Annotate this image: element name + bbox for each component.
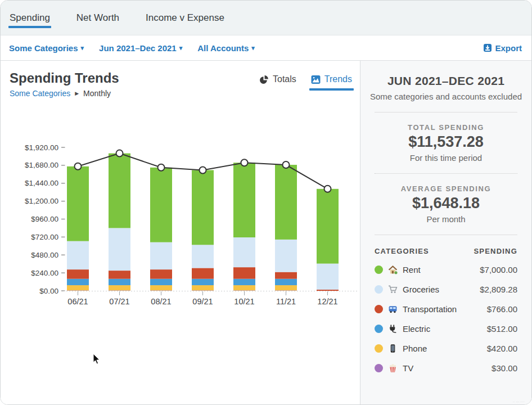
plug-icon — [388, 324, 398, 334]
bar-segment-11/21-tv[interactable] — [275, 290, 297, 291]
bar-segment-11/21-transportation[interactable] — [275, 272, 297, 279]
bar-segment-07/21-electric[interactable] — [109, 279, 130, 285]
bar-segment-07/21-rent[interactable] — [109, 154, 130, 228]
top-tab-bar: Spending Net Worth Income v Expense — [1, 1, 531, 35]
bar-segment-09/21-transportation[interactable] — [192, 268, 214, 278]
bar-segment-10/21-groceries[interactable] — [233, 237, 255, 267]
app-window: Spending Net Worth Income v Expense Some… — [0, 0, 532, 405]
bar-segment-08/21-rent[interactable] — [150, 168, 172, 242]
category-amount: $30.00 — [492, 363, 517, 373]
total-marker-09/21[interactable] — [200, 166, 206, 173]
categories-column-header: CATEGORIES — [375, 247, 429, 255]
bar-segment-06/21-tv[interactable] — [67, 290, 89, 291]
bar-segment-11/21-phone[interactable] — [275, 285, 297, 290]
trends-view-button[interactable]: Trends — [311, 74, 352, 91]
chevron-down-icon: ▾ — [81, 44, 84, 52]
tab-spending[interactable]: Spending — [10, 12, 50, 31]
bus-icon — [388, 304, 398, 314]
bar-segment-06/21-rent[interactable] — [67, 166, 89, 241]
export-label: Export — [495, 43, 522, 53]
bar-segment-08/21-electric[interactable] — [150, 279, 172, 285]
x-axis-label: 07/21 — [109, 297, 129, 306]
bar-segment-11/21-electric[interactable] — [275, 279, 297, 285]
bar-segment-09/21-rent[interactable] — [192, 170, 214, 245]
total-marker-12/21[interactable] — [324, 186, 331, 192]
mouse-cursor — [93, 353, 101, 365]
category-row-groceries[interactable]: Groceries$2,809.28 — [369, 280, 523, 299]
phone-icon — [388, 344, 398, 353]
bar-segment-08/21-transportation[interactable] — [150, 269, 172, 279]
total-marker-10/21[interactable] — [241, 159, 248, 166]
bar-segment-06/21-phone[interactable] — [67, 285, 89, 290]
category-row-transportation[interactable]: Transportation$766.00 — [369, 299, 523, 319]
category-amount: $2,809.28 — [480, 285, 517, 294]
bar-segment-12/21-rent[interactable] — [317, 189, 339, 264]
total-spending-label: TOTAL SPENDING — [369, 123, 523, 132]
average-spending-caption: Per month — [369, 214, 523, 224]
bar-segment-10/21-transportation[interactable] — [233, 267, 255, 279]
x-axis-label: 06/21 — [67, 297, 88, 306]
total-marker-11/21[interactable] — [283, 161, 290, 168]
divider — [375, 112, 517, 112]
average-spending-label: AVERAGE SPENDING — [369, 184, 523, 193]
x-axis-label: 10/21 — [234, 297, 254, 306]
total-marker-07/21[interactable] — [116, 150, 123, 157]
bar-segment-09/21-tv[interactable] — [192, 290, 214, 291]
tab-income-v-expense[interactable]: Income v Expense — [146, 12, 224, 31]
trends-view-label: Trends — [324, 74, 352, 84]
export-button[interactable]: Export — [483, 43, 522, 53]
bar-segment-10/21-tv[interactable] — [233, 290, 255, 291]
bar-segment-10/21-electric[interactable] — [233, 279, 255, 285]
date-range-filter-dropdown[interactable]: Jun 2021–Dec 2021 ▾ — [99, 43, 182, 53]
breadcrumb-root-link[interactable]: Some Categories — [10, 89, 70, 98]
bar-segment-08/21-groceries[interactable] — [150, 242, 172, 269]
category-row-tv[interactable]: TV$30.00 — [369, 358, 523, 378]
export-icon — [483, 43, 492, 52]
house-icon — [388, 265, 398, 274]
category-amount: $766.00 — [487, 304, 517, 314]
bar-segment-06/21-transportation[interactable] — [67, 269, 89, 279]
accounts-filter-dropdown[interactable]: All Accounts ▾ — [197, 43, 255, 53]
spending-column-header: SPENDING — [474, 247, 517, 255]
bar-segment-07/21-tv[interactable] — [109, 290, 130, 291]
bar-segment-07/21-groceries[interactable] — [109, 228, 130, 271]
category-name: Transportation — [403, 304, 457, 314]
bar-segment-11/21-rent[interactable] — [275, 165, 297, 240]
bar-segment-10/21-phone[interactable] — [233, 285, 255, 290]
category-row-phone[interactable]: Phone$420.00 — [369, 339, 523, 358]
category-amount: $420.00 — [487, 344, 517, 353]
bar-segment-08/21-tv[interactable] — [150, 290, 172, 291]
y-axis-tick-label: $1,200.00 — [25, 197, 58, 205]
categories-filter-dropdown[interactable]: Some Categories ▾ — [9, 43, 84, 53]
bar-segment-09/21-groceries[interactable] — [192, 245, 214, 268]
categories-table-header: CATEGORIES SPENDING — [375, 247, 517, 255]
category-color-dot — [375, 305, 383, 313]
bar-segment-12/21-transportation[interactable] — [317, 290, 339, 291]
category-row-rent[interactable]: Rent$7,000.00 — [369, 260, 523, 280]
category-row-electric[interactable]: Electric$512.00 — [369, 319, 523, 339]
categories-filter-label: Some Categories — [9, 43, 78, 53]
tab-net-worth[interactable]: Net Worth — [76, 12, 119, 31]
x-axis-label: 09/21 — [192, 297, 213, 306]
y-axis-tick-label: $1,920.00 — [25, 143, 58, 152]
categories-table: Rent$7,000.00Groceries$2,809.28Transport… — [369, 260, 523, 378]
total-marker-08/21[interactable] — [158, 164, 165, 171]
bar-segment-06/21-groceries[interactable] — [67, 241, 89, 269]
average-spending-stat: AVERAGE SPENDING $1,648.18 Per month — [369, 184, 523, 224]
bar-segment-08/21-phone[interactable] — [150, 285, 172, 290]
bar-segment-12/21-groceries[interactable] — [317, 264, 339, 290]
summary-sidebar: JUN 2021–DEC 2021 Some categories and ac… — [360, 61, 531, 405]
category-color-dot — [375, 344, 383, 353]
bar-segment-09/21-phone[interactable] — [192, 285, 214, 290]
totals-view-button[interactable]: Totals — [259, 74, 296, 91]
view-toggle: Totals Trends — [259, 74, 352, 91]
bar-segment-10/21-rent[interactable] — [233, 163, 255, 237]
bar-segment-07/21-phone[interactable] — [109, 285, 130, 290]
bar-segment-09/21-electric[interactable] — [192, 279, 214, 285]
filter-bar: Some Categories ▾ Jun 2021–Dec 2021 ▾ Al… — [1, 35, 531, 61]
bar-segment-06/21-electric[interactable] — [67, 279, 89, 285]
total-marker-06/21[interactable] — [75, 163, 82, 170]
bar-segment-07/21-transportation[interactable] — [109, 271, 130, 279]
total-spending-amount: $11,537.28 — [369, 133, 523, 151]
bar-segment-11/21-groceries[interactable] — [275, 240, 297, 272]
